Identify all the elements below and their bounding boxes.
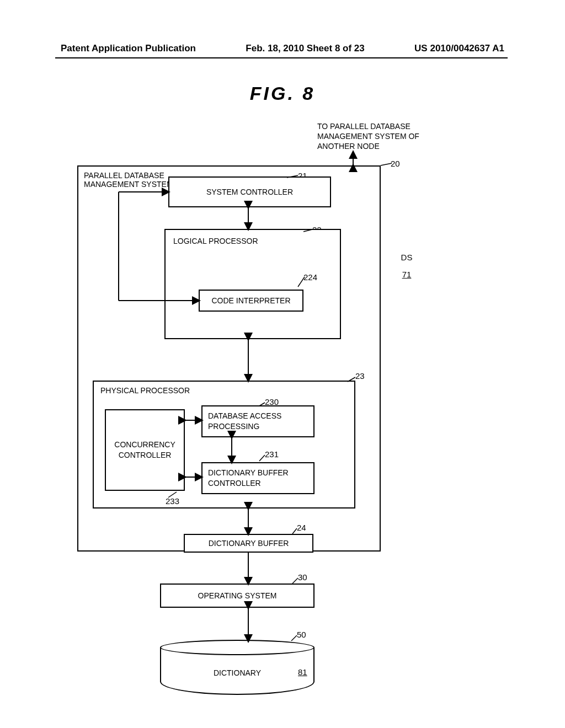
svg-line-7: [303, 229, 312, 232]
svg-line-22: [291, 635, 297, 641]
svg-line-5: [287, 175, 298, 178]
svg-line-1: [381, 163, 392, 165]
header-right: US 2010/0042637 A1: [414, 43, 504, 54]
page-header: Patent Application Publication Feb. 18, …: [0, 43, 565, 54]
header-rule: [55, 57, 508, 58]
svg-line-14: [168, 492, 177, 497]
svg-line-18: [292, 528, 297, 534]
connectors: [66, 110, 497, 706]
diagram-stage: TO PARALLEL DATABASE MANAGEMENT SYSTEM O…: [66, 110, 497, 695]
svg-line-8: [298, 277, 305, 287]
svg-line-10: [348, 377, 355, 382]
figure-title: FIG. 8: [0, 83, 565, 104]
header-left: Patent Application Publication: [61, 43, 196, 54]
page: Patent Application Publication Feb. 18, …: [0, 0, 565, 728]
svg-line-16: [259, 455, 265, 461]
svg-line-11: [259, 403, 265, 406]
svg-line-20: [292, 578, 298, 584]
header-center: Feb. 18, 2010 Sheet 8 of 23: [246, 43, 364, 54]
